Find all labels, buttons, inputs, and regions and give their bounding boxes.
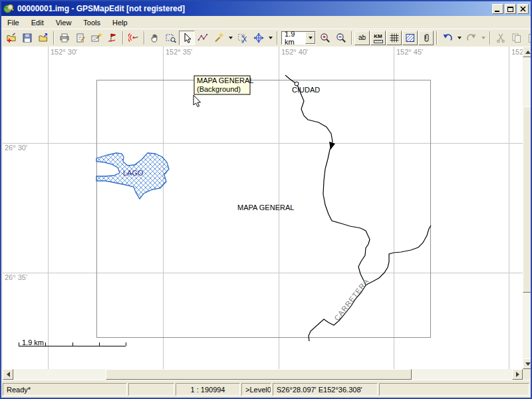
zoom-out-icon <box>336 33 346 43</box>
redo-icon <box>466 33 477 43</box>
move-rotate-dropdown[interactable] <box>267 31 275 45</box>
maximize-icon <box>507 6 513 12</box>
verify-map-button[interactable] <box>104 31 120 45</box>
horizontal-scrollbar[interactable] <box>3 369 523 380</box>
menu-view[interactable]: View <box>50 17 78 29</box>
status-ready-text: Ready* <box>7 386 31 394</box>
zoom-rectangle-button[interactable] <box>163 31 179 45</box>
menu-file[interactable]: File <box>1 17 25 29</box>
polyline-icon <box>198 33 208 43</box>
menu-help[interactable]: Help <box>106 17 134 29</box>
copy-button[interactable] <box>509 31 525 45</box>
lat-label: 26° 30' <box>5 144 27 152</box>
lake-label[interactable]: LAGO <box>123 169 144 177</box>
horizontal-scroll-thumb[interactable] <box>106 369 412 380</box>
toolbar-separator <box>436 31 438 45</box>
hatch-square-icon <box>405 33 416 43</box>
status-ready-panel: Ready* <box>3 383 127 396</box>
toolbar-separator <box>489 31 491 45</box>
graticule-labels: 152° 30' 152° 35' 152° 40' 152° 45' 152°… <box>5 48 523 281</box>
labels-toggle-button[interactable]: ab <box>354 31 370 45</box>
scale-combo[interactable]: 1.9 km <box>281 31 316 45</box>
attach-button[interactable] <box>418 31 434 45</box>
app-icon <box>3 3 14 14</box>
cut-button[interactable] <box>493 31 509 45</box>
scroll-right-icon <box>516 372 519 377</box>
ab-label: ab <box>358 35 366 41</box>
address-search-button[interactable] <box>88 31 104 45</box>
scroll-left-icon <box>7 372 10 377</box>
scrollbar-corner <box>523 369 532 380</box>
vertical-scrollbar[interactable] <box>523 47 532 369</box>
zoom-in-button[interactable] <box>317 31 333 45</box>
close-button[interactable] <box>517 4 529 14</box>
map-canvas[interactable]: 152° 30' 152° 35' 152° 40' 152° 45' 152°… <box>3 47 523 369</box>
city-label[interactable]: CIUDAD <box>292 86 320 94</box>
select-arrow-icon <box>182 33 192 43</box>
redo-button[interactable] <box>464 31 479 45</box>
scale-combo-dropdown[interactable] <box>305 32 315 44</box>
status-coordinates-panel: S26°28.097' E152°36.308' <box>273 383 378 396</box>
branch-road-path[interactable] <box>366 225 431 285</box>
status-empty-panel <box>128 383 174 396</box>
chevron-down-icon <box>458 37 462 39</box>
open-file-button[interactable] <box>3 31 19 45</box>
undo-button[interactable] <box>440 31 456 45</box>
cut-scissors-icon <box>495 33 506 43</box>
distance-ruler-button[interactable]: KM <box>370 31 386 45</box>
zoom-in-icon <box>320 33 331 43</box>
window-title: 00000001.img - GPSMapEdit [not registere… <box>17 4 185 13</box>
grid-toggle-button[interactable] <box>386 31 402 45</box>
address-card-icon <box>91 33 102 43</box>
menu-tools[interactable]: Tools <box>77 17 106 29</box>
chevron-down-icon <box>269 37 273 39</box>
paste-button[interactable] <box>525 31 531 45</box>
map-tooltip: MAPA GENERAL (Background) <box>194 76 253 94</box>
printer-icon <box>59 33 70 43</box>
select-objects-button[interactable] <box>179 31 195 45</box>
undo-dropdown[interactable] <box>456 31 464 45</box>
scroll-up-button[interactable] <box>523 47 532 57</box>
scale-bar-label: 1.9 km <box>22 338 44 346</box>
road-label[interactable]: CARRETERA <box>332 277 370 322</box>
background-hatch-button[interactable] <box>402 31 418 45</box>
copy-icon <box>511 33 522 43</box>
magic-tools-button[interactable] <box>211 31 227 45</box>
close-file-button[interactable] <box>35 31 51 45</box>
chevron-down-icon <box>481 37 485 39</box>
lon-label: 152° 40' <box>281 48 308 56</box>
tooltip-subtitle: (Background) <box>197 85 241 93</box>
scale-bar: 1.9 km <box>19 338 126 346</box>
trim-button[interactable] <box>235 31 251 45</box>
menu-edit[interactable]: Edit <box>25 17 50 29</box>
redo-dropdown[interactable] <box>479 31 487 45</box>
save-button[interactable] <box>19 31 35 45</box>
add-polyline-button[interactable] <box>195 31 211 45</box>
pan-tool-button[interactable] <box>147 31 163 45</box>
trim-scissors-icon <box>237 33 248 43</box>
lon-label: 152° 50' <box>511 48 523 56</box>
scroll-right-button[interactable] <box>512 369 523 380</box>
maximize-button[interactable] <box>505 4 516 14</box>
magic-tools-dropdown[interactable] <box>227 31 235 45</box>
zoom-out-button[interactable] <box>333 31 349 45</box>
magic-wand-icon <box>213 33 224 43</box>
background-map-label[interactable]: MAPA GENERAL <box>237 203 294 211</box>
print-button[interactable] <box>57 31 72 45</box>
move-rotate-button[interactable] <box>251 31 267 45</box>
properties-button[interactable] <box>72 31 88 45</box>
city-road-path[interactable] <box>285 75 370 341</box>
upload-to-gps-button[interactable] <box>126 31 142 45</box>
gps-signal-icon <box>128 33 139 43</box>
scroll-down-button[interactable] <box>523 358 532 369</box>
scroll-left-button[interactable] <box>3 369 13 380</box>
lon-label: 152° 30' <box>51 48 77 56</box>
status-level-panel: >Level0 <box>241 383 271 396</box>
status-zoom-text: 1 : 190994 <box>191 386 225 394</box>
properties-icon <box>75 33 86 43</box>
save-floppy-icon <box>22 33 33 43</box>
status-empty-panel-2 <box>379 383 529 396</box>
vertical-scroll-thumb[interactable] <box>523 106 532 293</box>
minimize-button[interactable] <box>492 4 503 14</box>
ruler-icon <box>374 40 383 43</box>
